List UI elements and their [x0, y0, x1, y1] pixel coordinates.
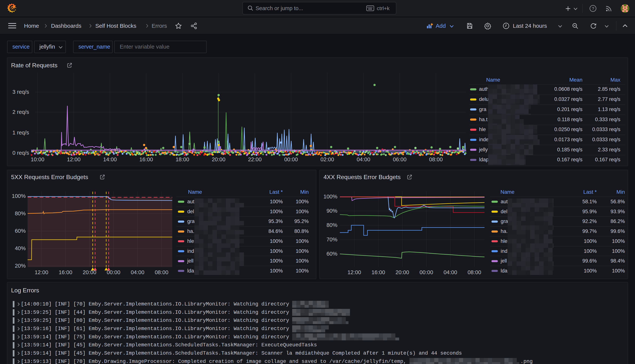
svg-text:40%: 40%	[15, 245, 26, 251]
svg-text:10:00: 10:00	[31, 156, 45, 162]
svg-text:16:00: 16:00	[139, 156, 153, 162]
svg-text:12:00: 12:00	[348, 269, 361, 275]
svg-text:08:00: 08:00	[429, 156, 443, 162]
svg-text:04:00: 04:00	[357, 156, 370, 162]
svg-text:80%: 80%	[327, 222, 337, 228]
svg-text:0 req/s: 0 req/s	[13, 150, 29, 156]
svg-text:80%: 80%	[15, 210, 26, 216]
svg-text:90%: 90%	[327, 208, 337, 214]
svg-text:100%: 100%	[12, 193, 26, 199]
svg-text:18:00: 18:00	[176, 156, 189, 162]
svg-text:12:00: 12:00	[67, 156, 81, 162]
svg-text:?: ?	[592, 6, 594, 11]
svg-text:22:00: 22:00	[248, 156, 262, 162]
svg-text:2 req/s: 2 req/s	[13, 109, 29, 115]
svg-text:00:00: 00:00	[284, 156, 298, 162]
svg-text:20%: 20%	[15, 263, 26, 269]
svg-text:3 req/s: 3 req/s	[13, 89, 29, 95]
svg-text:16:00: 16:00	[59, 269, 73, 275]
svg-text:60%: 60%	[327, 251, 337, 257]
svg-text:12:00: 12:00	[35, 269, 49, 275]
svg-text:70%: 70%	[327, 236, 337, 242]
svg-text:02:00: 02:00	[321, 156, 334, 162]
svg-text:20:00: 20:00	[396, 269, 409, 275]
svg-text:14:00: 14:00	[103, 156, 117, 162]
svg-text:06:00: 06:00	[393, 156, 407, 162]
svg-text:08:00: 08:00	[155, 269, 169, 275]
svg-text:20:00: 20:00	[212, 156, 226, 162]
svg-text:16:00: 16:00	[372, 269, 385, 275]
svg-text:60%: 60%	[15, 228, 26, 234]
svg-text:08:00: 08:00	[468, 269, 481, 275]
svg-text:00:00: 00:00	[420, 269, 433, 275]
svg-text:1 req/s: 1 req/s	[13, 130, 29, 136]
svg-text:04:00: 04:00	[131, 269, 145, 275]
svg-text:04:00: 04:00	[444, 269, 457, 275]
svg-text:100%: 100%	[324, 194, 337, 200]
